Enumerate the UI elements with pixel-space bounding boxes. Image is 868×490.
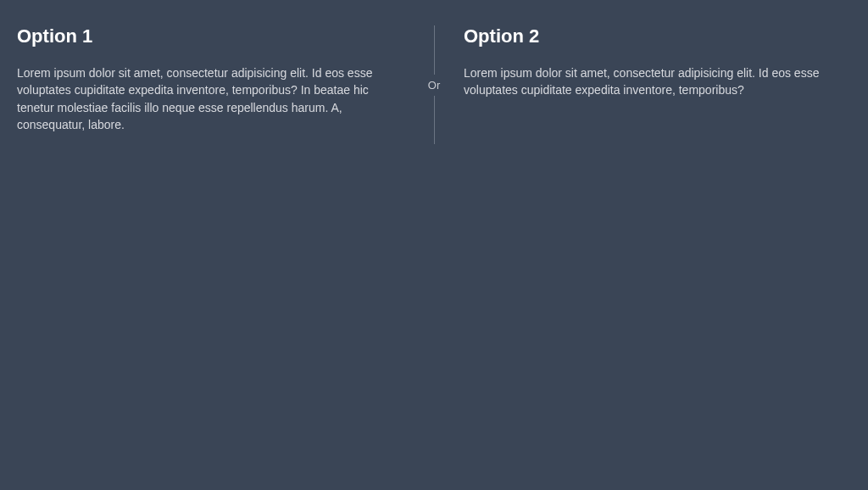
option-right-column: Option 2 Lorem ipsum dolor sit amet, con… [447,25,851,99]
divider-line-bottom [434,96,435,145]
option-1-body: Lorem ipsum dolor sit amet, consectetur … [17,64,404,133]
divider-label: Or [428,75,440,96]
divider: Or [421,25,447,144]
divider-line-top [434,25,435,75]
options-container: Option 1 Lorem ipsum dolor sit amet, con… [0,0,868,170]
option-2-body: Lorem ipsum dolor sit amet, consectetur … [464,64,851,99]
option-left-column: Option 1 Lorem ipsum dolor sit amet, con… [17,25,421,133]
option-2-title: Option 2 [464,25,851,47]
option-1-title: Option 1 [17,25,404,47]
